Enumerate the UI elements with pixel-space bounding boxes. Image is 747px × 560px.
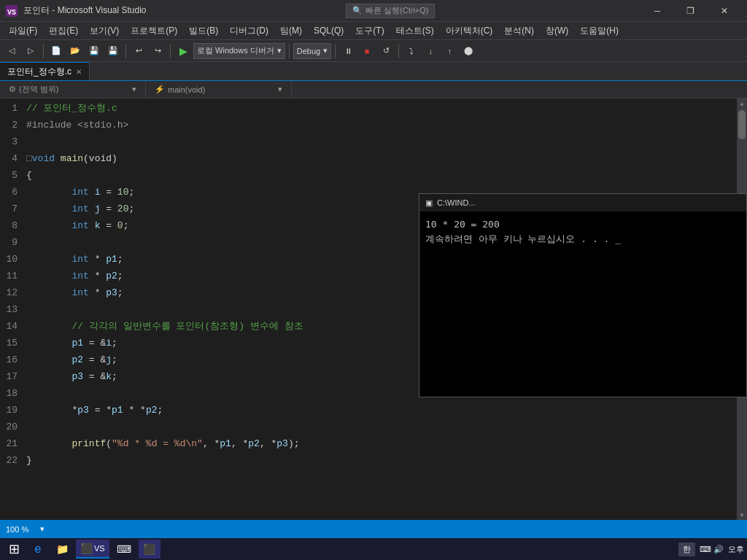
- toolbar-sep-5: [335, 44, 336, 58]
- console-line-1: 10 * 20 = 200: [425, 217, 740, 232]
- token-plain: , *: [203, 435, 220, 452]
- line-number-12: 12: [0, 284, 26, 301]
- token-var: i: [106, 335, 112, 351]
- toolbar-save-all[interactable]: 💾: [104, 42, 122, 60]
- toolbar-config[interactable]: Debug ▾: [293, 43, 331, 59]
- token-var: p3: [71, 368, 83, 385]
- zoom-arrow[interactable]: ▾: [40, 524, 44, 534]
- token-plain: [89, 201, 95, 217]
- code-line-1: 1// 포인터_정수형.c: [0, 100, 737, 117]
- menu-team[interactable]: 팀(M): [274, 22, 308, 39]
- menu-tools[interactable]: 도구(T): [349, 22, 390, 39]
- toolbar-sep-1: [43, 44, 44, 58]
- minimize-button[interactable]: ─: [640, 0, 674, 22]
- scope-function[interactable]: ⚡ main(void) ▾: [146, 81, 292, 98]
- code-line-5: 5{: [0, 167, 737, 184]
- token-var: p2: [146, 402, 158, 419]
- toolbar-back[interactable]: ◁: [3, 42, 20, 60]
- toolbar-restart[interactable]: ↺: [377, 42, 395, 60]
- token-plain: = &: [83, 368, 106, 385]
- token-plain: ;: [117, 251, 123, 268]
- line-number-16: 16: [0, 351, 26, 368]
- token-kw: int: [71, 268, 88, 284]
- scroll-down-arrow[interactable]: ▼: [737, 510, 747, 520]
- scope-global-label: (전역 범위): [19, 84, 58, 95]
- restore-button[interactable]: ❐: [674, 0, 708, 22]
- taskbar-vs2[interactable]: ⬛: [139, 540, 160, 559]
- console-content: 10 * 20 = 200 계속하려면 아무 키나 누르십시오 . . . _: [419, 211, 746, 252]
- editor-area: 1// 포인터_정수형.c2#include <stdio.h>3 4□void…: [0, 98, 747, 520]
- line-number-8: 8: [0, 217, 26, 234]
- token-plain: [89, 217, 95, 234]
- menu-view[interactable]: 보기(V): [84, 22, 125, 39]
- toolbar-forward[interactable]: ▷: [22, 42, 39, 60]
- toolbar-redo[interactable]: ↪: [149, 42, 166, 60]
- search-bar[interactable]: 🔍 빠른 실행(Ctrl+Q): [346, 4, 435, 18]
- toolbar-new[interactable]: 📄: [47, 42, 65, 60]
- token-kw: int: [71, 184, 88, 201]
- toolbar-debug-target[interactable]: 로컬 Windows 디버거 ▾: [193, 43, 285, 59]
- menu-architecture[interactable]: 아키텍처(C): [440, 22, 499, 39]
- code-line-4: 4□void main(void): [0, 150, 737, 167]
- token-plain: }: [26, 452, 32, 469]
- token-var: p3: [77, 402, 89, 419]
- line-number-22: 22: [0, 452, 26, 469]
- token-plain: =: [100, 217, 117, 234]
- token-kw: void: [32, 150, 55, 167]
- toolbar-pause[interactable]: ⏸: [339, 42, 357, 60]
- toolbar-save[interactable]: 💾: [85, 42, 103, 60]
- menu-help[interactable]: 도움말(H): [574, 22, 624, 39]
- taskbar-explorer[interactable]: 📁: [50, 540, 74, 559]
- toolbar-breakpoint[interactable]: ⬤: [460, 42, 477, 60]
- tab-main-file[interactable]: 포인터_정수형.c ✕: [0, 62, 90, 80]
- token-collapse: □: [26, 150, 32, 167]
- taskbar-console[interactable]: ⌨: [111, 540, 137, 559]
- tab-close-button[interactable]: ✕: [76, 68, 82, 76]
- toolbar-play[interactable]: ▶: [174, 42, 192, 60]
- token-plain: ;: [123, 217, 129, 234]
- toolbar-open[interactable]: 📂: [66, 42, 84, 60]
- token-var: p3: [106, 284, 117, 301]
- token-kw: int: [71, 217, 88, 234]
- scope-global[interactable]: ⚙ (전역 범위) ▾: [0, 81, 146, 98]
- menu-project[interactable]: 프로젝트(P): [125, 22, 183, 39]
- scope-global-arrow: ▾: [132, 85, 136, 94]
- token-var: p1: [112, 402, 123, 419]
- menu-analyze[interactable]: 분석(N): [498, 22, 540, 39]
- menu-file[interactable]: 파일(F): [3, 22, 43, 39]
- token-plain: [26, 268, 71, 284]
- window-controls: ─ ❐ ✕: [640, 0, 741, 22]
- menu-window[interactable]: 창(W): [540, 22, 574, 39]
- token-plain: [26, 201, 71, 217]
- console-titlebar: ▣ C:\WIND...: [419, 194, 746, 211]
- token-var: p1: [220, 435, 231, 452]
- token-var: p2: [248, 435, 260, 452]
- token-var: i: [95, 184, 101, 201]
- close-button[interactable]: ✕: [708, 0, 741, 22]
- start-button[interactable]: ⊞: [3, 540, 26, 559]
- line-content-12: int * p3;: [26, 284, 123, 301]
- toolbar-stop[interactable]: ■: [358, 42, 376, 60]
- taskbar-ie[interactable]: e: [27, 540, 49, 559]
- menu-debug[interactable]: 디버그(D): [224, 22, 274, 39]
- menu-test[interactable]: 테스트(S): [390, 22, 440, 39]
- toolbar-step-over[interactable]: ⤵: [403, 42, 420, 60]
- line-content-16: p2 = &j;: [26, 351, 117, 368]
- token-plain: [89, 184, 95, 201]
- token-var: k: [95, 217, 101, 234]
- menu-edit[interactable]: 편집(E): [43, 22, 84, 39]
- scroll-up-arrow[interactable]: ▲: [737, 98, 747, 109]
- taskbar: ⊞ e 📁 ⬛VS ⌨ ⬛ 한 ⌨ 🔊 오후: [0, 538, 747, 560]
- line-content-11: int * p2;: [26, 268, 123, 284]
- line-number-4: 4: [0, 150, 26, 167]
- menu-sql[interactable]: SQL(Q): [308, 22, 349, 39]
- token-plain: (void): [83, 150, 117, 167]
- toolbar-step-in[interactable]: ↓: [422, 42, 439, 60]
- token-plain: = &: [83, 335, 106, 351]
- scroll-thumb[interactable]: [738, 110, 746, 139]
- taskbar-vs-icon[interactable]: ⬛VS: [76, 540, 109, 559]
- toolbar-undo[interactable]: ↩: [130, 42, 147, 60]
- menu-build[interactable]: 빌드(B): [183, 22, 224, 39]
- line-content-4: □void main(void): [26, 150, 117, 167]
- toolbar-step-out[interactable]: ↑: [441, 42, 458, 60]
